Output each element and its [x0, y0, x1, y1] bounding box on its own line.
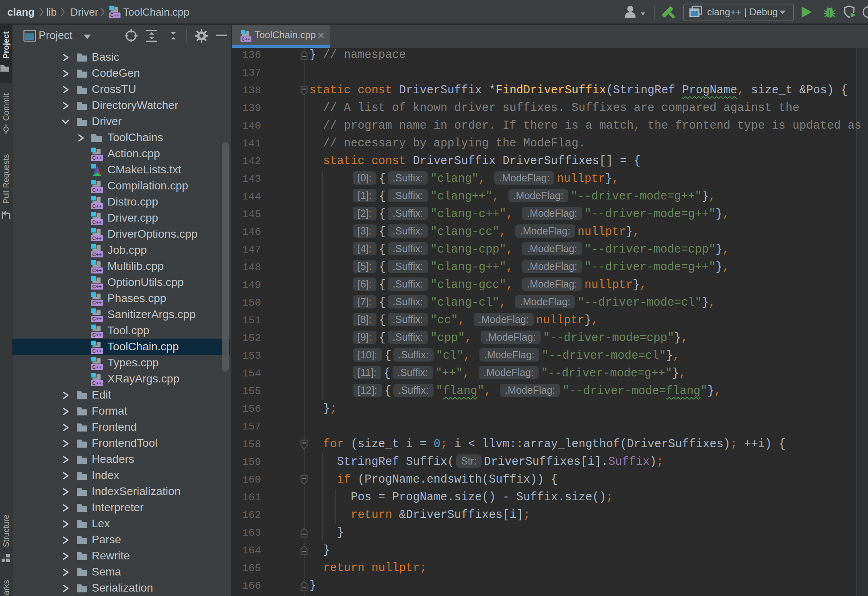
svg-text:C++: C++ [92, 187, 102, 193]
svg-text:C++: C++ [92, 364, 102, 370]
svg-text:C++: C++ [92, 268, 102, 273]
svg-text:C++: C++ [92, 252, 102, 257]
svg-text:C++: C++ [92, 155, 102, 161]
svg-text:C++: C++ [92, 300, 102, 306]
svg-text:C++: C++ [92, 316, 102, 322]
svg-text:C++: C++ [92, 332, 102, 338]
svg-text:C++: C++ [242, 37, 251, 41]
svg-text:C++: C++ [92, 203, 102, 209]
svg-text:C++: C++ [92, 284, 102, 290]
svg-text:C++: C++ [92, 220, 102, 225]
svg-text:C++: C++ [92, 348, 102, 354]
svg-text:C++: C++ [92, 380, 102, 386]
svg-text:C++: C++ [92, 236, 102, 241]
svg-text:C++: C++ [110, 13, 119, 18]
